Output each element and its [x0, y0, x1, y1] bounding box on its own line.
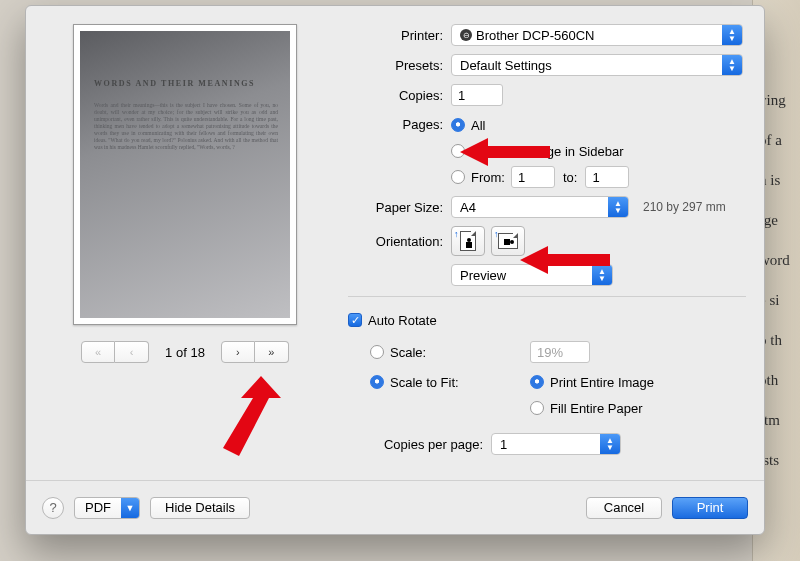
pages-to-input[interactable]: 1: [585, 166, 629, 188]
pages-selected-label: Selected Image in Sidebar: [471, 144, 623, 159]
pages-selected-radio[interactable]: [451, 144, 465, 158]
dialog-footer: ? PDF ▼ Hide Details Cancel Print: [26, 480, 764, 534]
auto-rotate-label: Auto Rotate: [368, 313, 437, 328]
fill-entire-paper-label: Fill Entire Paper: [550, 401, 642, 416]
arrow-up-icon: ↑: [454, 229, 459, 239]
printer-select[interactable]: ⊖ Brother DCP-560CN ▲▼: [451, 24, 743, 46]
pages-all-label: All: [471, 118, 485, 133]
printer-status-icon: ⊖: [460, 29, 472, 41]
portrait-icon: [460, 231, 476, 251]
pages-from-radio[interactable]: [451, 170, 465, 184]
paper-dimensions: 210 by 297 mm: [643, 200, 726, 214]
page-indicator: 1 of 18: [165, 345, 205, 360]
pages-label: Pages:: [348, 114, 443, 132]
pages-to-label: to:: [563, 170, 577, 185]
scale-to-fit-label: Scale to Fit:: [390, 375, 459, 390]
pages-from-label: From:: [471, 170, 505, 185]
auto-rotate-checkbox[interactable]: ✓: [348, 313, 362, 327]
stepper-arrows-icon: ▲▼: [722, 25, 742, 45]
printer-label: Printer:: [348, 28, 443, 43]
thumb-title: WORDS AND THEIR MEANINGS: [94, 79, 278, 88]
paper-size-select[interactable]: A4 ▲▼: [451, 196, 629, 218]
stepper-arrows-icon: ▲▼: [600, 434, 620, 454]
print-button[interactable]: Print: [672, 497, 748, 519]
last-page-button[interactable]: »: [255, 341, 289, 363]
scale-to-fit-radio[interactable]: [370, 375, 384, 389]
copies-per-page-select[interactable]: 1 ▲▼: [491, 433, 621, 455]
divider: [348, 296, 746, 297]
cancel-button[interactable]: Cancel: [586, 497, 662, 519]
thumb-body: Words and their meanings—this is the sub…: [94, 102, 278, 151]
copies-per-page-label: Copies per page:: [348, 437, 483, 452]
orientation-portrait-button[interactable]: ↑: [451, 226, 485, 256]
prev-page-button[interactable]: ‹: [115, 341, 149, 363]
orientation-label: Orientation:: [348, 234, 443, 249]
first-page-button[interactable]: «: [81, 341, 115, 363]
copies-label: Copies:: [348, 88, 443, 103]
app-section-select[interactable]: Preview ▲▼: [451, 264, 613, 286]
page-pager: « ‹ 1 of 18 › »: [81, 341, 289, 363]
orientation-landscape-button[interactable]: ↑: [491, 226, 525, 256]
print-entire-image-label: Print Entire Image: [550, 375, 654, 390]
presets-label: Presets:: [348, 58, 443, 73]
print-dialog: WORDS AND THEIR MEANINGS Words and their…: [25, 5, 765, 535]
copies-input[interactable]: 1: [451, 84, 503, 106]
hide-details-button[interactable]: Hide Details: [150, 497, 250, 519]
print-options: Printer: ⊖ Brother DCP-560CN ▲▼ Presets:: [330, 24, 750, 474]
pdf-menu-button[interactable]: PDF ▼: [74, 497, 140, 519]
paper-size-label: Paper Size:: [348, 200, 443, 215]
presets-select[interactable]: Default Settings ▲▼: [451, 54, 743, 76]
chevron-down-icon: ▼: [121, 498, 139, 518]
page-thumbnail: WORDS AND THEIR MEANINGS Words and their…: [73, 24, 297, 325]
next-page-button[interactable]: ›: [221, 341, 255, 363]
landscape-icon: [498, 233, 518, 249]
stepper-arrows-icon: ▲▼: [608, 197, 628, 217]
scale-radio[interactable]: [370, 345, 384, 359]
preview-pane: WORDS AND THEIR MEANINGS Words and their…: [40, 24, 330, 474]
print-entire-image-radio[interactable]: [530, 375, 544, 389]
scale-input[interactable]: 19%: [530, 341, 590, 363]
fill-entire-paper-radio[interactable]: [530, 401, 544, 415]
pages-from-input[interactable]: 1: [511, 166, 555, 188]
stepper-arrows-icon: ▲▼: [592, 265, 612, 285]
help-button[interactable]: ?: [42, 497, 64, 519]
scale-label: Scale:: [390, 345, 426, 360]
stepper-arrows-icon: ▲▼: [722, 55, 742, 75]
pages-all-radio[interactable]: [451, 118, 465, 132]
